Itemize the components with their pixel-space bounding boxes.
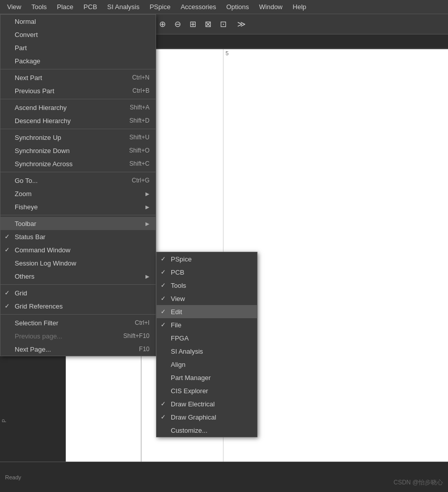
panel-label-p: P bbox=[2, 171, 7, 175]
zoom-extra-btn[interactable]: ⊡ bbox=[216, 17, 230, 31]
menu-pcb[interactable]: PCB bbox=[79, 0, 102, 14]
zoom-fit-btn[interactable]: ⊞ bbox=[185, 17, 200, 31]
menu-place[interactable]: Place bbox=[52, 0, 79, 14]
zoom-out-btn[interactable]: ⊖ bbox=[170, 17, 184, 31]
canvas-grid-line-v bbox=[223, 49, 223, 462]
toolbar-icon-2[interactable] bbox=[17, 17, 31, 31]
zoom-area-btn[interactable]: ⊠ bbox=[201, 17, 215, 31]
more-btn[interactable]: ≫ bbox=[234, 17, 248, 31]
panel-label-p2: P bbox=[2, 253, 7, 257]
menu-help[interactable]: Help bbox=[288, 0, 312, 14]
separator bbox=[151, 19, 153, 30]
schematic-tab[interactable]: / - (SCHEMATIC1 : PAGE1) × bbox=[0, 36, 94, 48]
svg-marker-1 bbox=[25, 25, 28, 28]
canvas-area[interactable]: 5 bbox=[66, 49, 448, 462]
zoom-in-btn[interactable]: ⊕ bbox=[155, 17, 169, 31]
combo-value bbox=[35, 21, 36, 28]
menu-tools[interactable]: Tools bbox=[26, 0, 52, 14]
tab-label: / - (SCHEMATIC1 : PAGE1) bbox=[7, 39, 82, 46]
panel-label-p3: P bbox=[2, 419, 7, 423]
canvas-border-v bbox=[141, 49, 141, 462]
menu-options[interactable]: Options bbox=[221, 0, 254, 14]
menu-accessories[interactable]: Accessories bbox=[175, 0, 221, 14]
svg-rect-0 bbox=[21, 21, 25, 25]
bottom-bar: Ready bbox=[0, 462, 448, 492]
menu-si-analysis[interactable]: SI Analysis bbox=[102, 0, 145, 14]
bottom-status: Ready bbox=[5, 474, 21, 480]
panel-label-e: E bbox=[2, 336, 7, 340]
zoom-icon[interactable]: 🔍 bbox=[135, 17, 149, 31]
tab-close-btn[interactable]: × bbox=[85, 40, 88, 46]
cursor-btn[interactable]: ▲ bbox=[2, 17, 16, 31]
menu-pspice[interactable]: PSpice bbox=[144, 0, 175, 14]
menubar: View Tools Place PCB SI Analysis PSpice … bbox=[0, 0, 448, 14]
combo-arrow-icon: ▾ bbox=[123, 21, 126, 28]
panel-label-b: B bbox=[2, 89, 7, 93]
toolbar-combo[interactable]: ▾ bbox=[32, 18, 129, 30]
left-panel: B P P E P bbox=[0, 49, 66, 462]
left-panel-labels: B P P E P bbox=[0, 49, 8, 462]
menu-window[interactable]: Window bbox=[254, 0, 287, 14]
toolbar: ▲ ▾ 🔍 ⊕ ⊖ ⊞ ⊠ ⊡ ≫ bbox=[0, 14, 448, 34]
tabbar: / - (SCHEMATIC1 : PAGE1) × bbox=[0, 34, 448, 49]
watermark: CSDN @怡步晓心 bbox=[393, 478, 443, 487]
canvas-grid-label-5: 5 bbox=[226, 50, 229, 56]
menu-view[interactable]: View bbox=[2, 0, 26, 14]
